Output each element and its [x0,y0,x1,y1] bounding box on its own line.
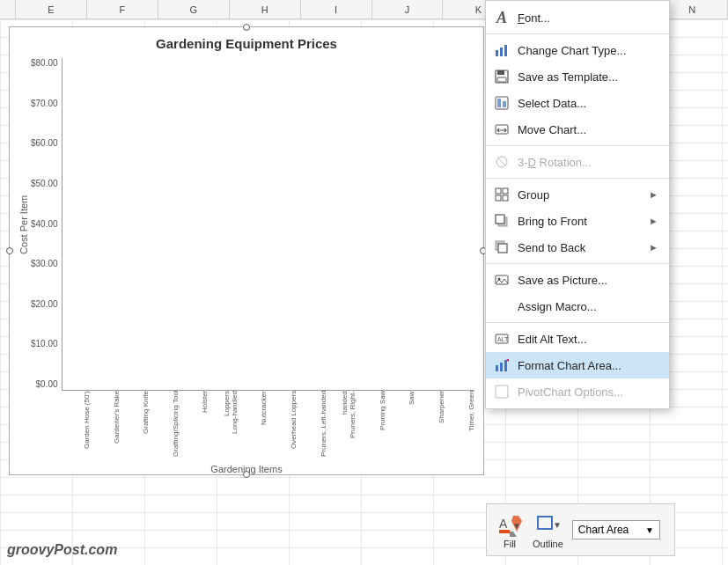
row-header [0,0,16,18]
group-arrow: ► [649,189,658,200]
dropdown-arrow-icon[interactable]: ▼ [645,525,654,535]
chart-container[interactable]: Gardening Equipment Prices Cost Per Item… [9,26,484,475]
svg-rect-15 [503,195,508,201]
col-e: E [16,0,87,18]
move-chart-icon [493,121,511,138]
svg-rect-24 [496,365,498,371]
svg-rect-0 [496,50,498,56]
svg-rect-26 [504,360,507,371]
select-data-icon [493,94,511,112]
menu-label-save-as-template: Save as Template... [518,70,658,84]
svg-rect-7 [497,99,501,107]
menu-item-pivotchart-options: PivotChart Options... [486,378,669,405]
x-label: Timer, Green [445,391,475,461]
svg-rect-8 [503,101,506,107]
x-label: Pruning Saw [357,391,386,461]
menu-item-move-chart[interactable]: Move Chart... [486,116,669,143]
menu-item-font[interactable]: A Font... [486,4,669,31]
edit-alt-text-icon: ALT [493,330,511,348]
assign-macro-icon [493,297,511,315]
bars-area [62,58,474,391]
separator-1 [486,33,669,34]
menu-label-select-data: Select Data... [518,97,658,110]
svg-rect-33 [538,517,552,529]
separator-2 [486,145,669,146]
outline-tool[interactable]: ▼ Outline [533,510,563,549]
fill-icon[interactable]: A ▼ [496,510,524,539]
handle-top[interactable] [243,24,250,31]
handle-left[interactable] [6,247,13,254]
menu-item-assign-macro[interactable]: Assign Macro... [486,293,669,319]
col-i: I [301,0,372,18]
menu-item-select-data[interactable]: Select Data... [486,90,669,116]
svg-rect-9 [496,125,508,134]
menu-item-group[interactable]: Group ► [486,181,669,208]
menu-label-pivotchart-options: PivotChart Options... [518,385,658,399]
menu-label-3d-rotation: 3-D Rotation... [518,156,658,169]
x-label: Holster [179,391,209,461]
menu-item-save-as-picture[interactable]: Save as Picture... [486,267,669,293]
menu-label-save-as-picture: Save as Picture... [518,274,658,287]
chart-inner: Gardening Equipment Prices Cost Per Item… [10,27,483,474]
col-f: F [87,0,158,18]
fill-tool[interactable]: A ▼ Fill [496,510,524,549]
separator-5 [486,322,669,323]
col-j: J [372,0,444,18]
svg-text:▼: ▼ [512,521,521,531]
dropdown-value: Chart Area [578,524,629,536]
separator-3 [486,178,669,179]
menu-label-bring-to-front: Bring to Front [518,215,645,228]
group-icon [493,186,511,203]
svg-rect-12 [496,188,501,194]
font-icon: A [493,9,511,26]
send-to-back-icon [493,238,511,256]
pivotchart-options-icon [493,383,511,400]
x-label: Long-handled Loppers [209,391,239,461]
menu-item-edit-alt-text[interactable]: ALT Edit Alt Text... [486,326,669,352]
spreadsheet: E F G H I J K L M N Gardening Equipment … [0,0,728,565]
svg-rect-25 [500,363,503,371]
handle-bottom[interactable] [243,471,250,478]
menu-item-save-as-template[interactable]: Save as Template... [486,63,669,90]
x-label: Grafting Knife [120,391,150,461]
change-chart-type-icon [493,41,511,59]
menu-label-change-chart-type: Change Chart Type... [518,44,658,57]
menu-label-assign-macro: Assign Macro... [518,300,658,313]
y-axis-label: Cost Per Item [18,58,29,391]
outline-icon[interactable]: ▼ [533,510,562,539]
x-label: Nutcracker [238,391,268,461]
svg-rect-17 [496,215,504,224]
chart-area-dropdown[interactable]: Chart Area ▼ [572,520,660,539]
svg-marker-31 [510,532,517,537]
bring-to-front-arrow: ► [649,216,658,226]
save-as-picture-icon [493,271,511,289]
menu-label-font: Font... [518,11,658,25]
menu-label-format-chart-area: Format Chart Area... [518,359,658,372]
x-label: Sharpener [415,391,445,461]
fill-label: Fill [504,539,516,549]
outline-label: Outline [533,539,563,549]
svg-rect-5 [497,77,506,82]
x-label: Pruners, Right-handed [327,391,357,461]
x-label: Gardener's Rake [91,391,121,461]
svg-rect-29 [499,530,510,533]
x-label: Pruners, Left-handed [298,391,327,461]
svg-rect-19 [498,244,507,253]
menu-label-send-to-back: Send to Back [518,241,645,254]
x-labels: Garden Hose (50')Gardener's RakeGrafting… [61,391,474,461]
3d-rotation-icon [493,153,511,171]
x-label: Grafting/Splicing Tool [150,391,180,461]
menu-label-move-chart: Move Chart... [518,123,658,136]
svg-text:▼: ▼ [553,520,560,530]
bottom-toolbar: A ▼ Fill ▼ Outline Chart Area ▼ [486,503,675,556]
svg-rect-4 [497,70,504,75]
svg-rect-14 [496,195,501,201]
menu-item-change-chart-type[interactable]: Change Chart Type... [486,37,669,63]
send-to-back-arrow: ► [649,242,658,253]
x-label: Garden Hose (50') [61,391,91,461]
menu-item-bring-to-front[interactable]: Bring to Front ► [486,208,669,234]
svg-text:A: A [499,517,508,531]
menu-item-format-chart-area[interactable]: Format Chart Area... [486,352,669,378]
menu-item-send-to-back[interactable]: Send to Back ► [486,234,669,260]
svg-rect-2 [504,45,507,56]
